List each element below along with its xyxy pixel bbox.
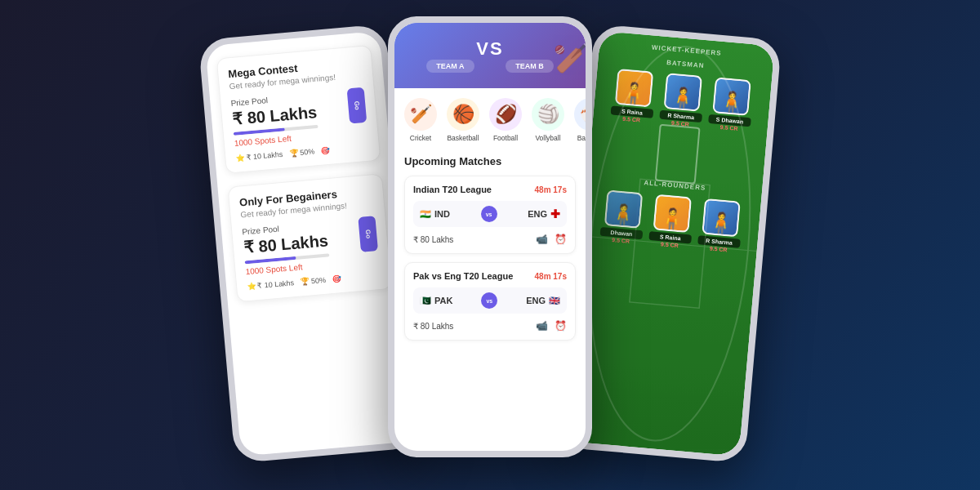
match1-vs-badge: vs: [481, 206, 497, 222]
match2-header: Pak vs Eng T20 League 48m 17s: [413, 271, 567, 281]
contest2-footer-go: 🎯: [332, 274, 341, 283]
contest2-footer-percent: 🏆 50%: [301, 276, 327, 287]
alarm2-icon: ⏰: [555, 320, 567, 332]
sports-scroll[interactable]: 🏏 Cricket 🏀 Basketball 🏈 Football 🏐 Voll…: [394, 88, 586, 149]
match1-details: ₹ 80 Lakhs 📹 ⏰: [413, 234, 567, 245]
match1-header: Indian T20 League 48m 17s: [413, 185, 567, 194]
team-b-btn[interactable]: TEAM B: [506, 60, 554, 73]
match1-league: Indian T20 League: [413, 185, 492, 194]
vs-text: VS: [476, 38, 503, 60]
volleyball-label: Vollyball: [535, 134, 560, 142]
phones-container: Mega Contest Get ready for mega winnings…: [0, 0, 980, 490]
sport-basketball[interactable]: 🏀 Basketball: [445, 98, 481, 142]
match-card-2[interactable]: Pak vs Eng T20 League 48m 17s 🇵🇰 PAK vs …: [404, 262, 576, 341]
football-label: Football: [493, 134, 518, 142]
volleyball-icon: 🏐: [532, 98, 564, 131]
upcoming-title: Upcoming Matches: [404, 155, 576, 167]
match-card-1[interactable]: Indian T20 League 48m 17s 🇮🇳 IND vs ENG …: [404, 176, 576, 254]
team-a-btn[interactable]: TEAM A: [426, 60, 474, 73]
crease-box: [655, 124, 701, 185]
match2-team2: ENG 🇬🇧: [526, 296, 560, 306]
match1-timer: 48m 17s: [535, 185, 567, 194]
contest2-go-btn[interactable]: Go: [358, 216, 378, 252]
field-svg: [565, 31, 775, 457]
cricket-label: Cricket: [410, 134, 431, 142]
match1-prize: ₹ 80 Lakhs: [413, 235, 453, 244]
match1-team2: ENG ✚: [528, 207, 560, 220]
match2-teams-row: 🇵🇰 PAK vs ENG 🇬🇧: [413, 287, 567, 314]
eng2-flag-icon: 🇬🇧: [549, 296, 560, 306]
match2-icons: 📹 ⏰: [536, 320, 567, 332]
football-icon: 🏈: [489, 98, 522, 131]
ball-decoration: 🏏: [553, 37, 586, 75]
dhawan2-avatar: 🧍: [604, 189, 644, 229]
match2-timer: 48m 17s: [535, 272, 567, 281]
match2-league: Pak vs Eng T20 League: [413, 271, 513, 281]
right-screen: Wicket-Keepers Batsman 🧍 S Raina 9.5 CR: [565, 31, 775, 457]
left-screen: Mega Contest Get ready for mega winnings…: [205, 31, 415, 457]
basketball-label: Basketball: [447, 134, 479, 142]
player-dhawan2[interactable]: 🧍 Dhawan 9.5 CR: [599, 189, 646, 245]
contest1-footer-go: 🎯: [321, 146, 331, 155]
contest1-go-btn[interactable]: Go: [347, 87, 368, 124]
sport-football[interactable]: 🏈 Football: [488, 98, 523, 142]
eng-flag-icon: ✚: [550, 207, 560, 220]
contest-card-1[interactable]: Mega Contest Get ready for mega winnings…: [216, 45, 381, 174]
sport-cricket[interactable]: 🏏 Cricket: [403, 98, 439, 142]
cricket-icon: 🏏: [404, 98, 437, 131]
match1-icons: 📹 ⏰: [536, 234, 567, 245]
match1-team1: 🇮🇳 IND: [420, 209, 450, 220]
baseball-label: Baseball: [577, 134, 586, 142]
alarm-icon: ⏰: [555, 234, 567, 245]
phone-center: VS TEAM A TEAM B 🏏 🏏 Cricket 🏀 Baske: [388, 16, 592, 457]
match2-prize: ₹ 80 Lakhs: [413, 322, 453, 331]
match2-team1: 🇵🇰 PAK: [420, 296, 452, 306]
basketball-icon: 🏀: [447, 98, 479, 131]
contest1-footer-percent: 🏆 50%: [289, 147, 315, 158]
dhawan2-figure: 🧍: [609, 203, 637, 227]
match2-details: ₹ 80 Lakhs 📹 ⏰: [413, 320, 567, 332]
upcoming-section: Upcoming Matches Indian T20 League 48m 1…: [394, 149, 586, 451]
dhawan2-img: 🧍: [606, 192, 641, 227]
ind-flag-icon: 🇮🇳: [420, 209, 431, 220]
baseball-icon: ⚾: [574, 98, 586, 131]
pak-flag-icon: 🇵🇰: [420, 296, 431, 306]
video2-icon: 📹: [536, 320, 548, 332]
match-banner: VS TEAM A TEAM B 🏏: [394, 23, 586, 88]
match1-teams-row: 🇮🇳 IND vs ENG ✚: [413, 201, 567, 227]
match2-vs-badge: vs: [481, 292, 497, 309]
sport-baseball[interactable]: ⚾ Baseball: [572, 98, 586, 142]
center-screen: VS TEAM A TEAM B 🏏 🏏 Cricket 🏀 Baske: [394, 23, 586, 451]
contest-card-2[interactable]: Only For Begainers Get ready for mega wi…: [227, 173, 392, 302]
video-icon: 📹: [536, 234, 548, 245]
sport-volleyball[interactable]: 🏐 Vollyball: [530, 98, 566, 142]
